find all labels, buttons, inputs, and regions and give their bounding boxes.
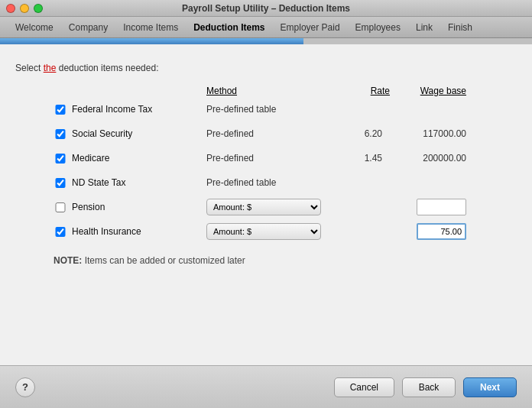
cancel-button[interactable]: Cancel [334,377,394,397]
progress-bar-fill [0,38,303,44]
health-insurance-label: Health Insurance [72,226,206,237]
health-insurance-amount-input[interactable] [417,223,466,240]
instruction-prefix: Select [15,63,44,73]
bottom-bar: ? Cancel Back Next [0,365,532,408]
tab-link[interactable]: Link [408,19,440,36]
tab-company[interactable]: Company [61,19,115,36]
tab-employer-paid[interactable]: Employer Paid [273,19,348,36]
progress-bar-container [0,38,532,44]
content-area: Select the deduction items needed: Metho… [0,44,532,365]
tab-finish[interactable]: Finish [440,19,480,36]
maximize-button[interactable] [34,4,43,13]
pension-method-select-wrapper: Amount: $ [206,199,336,215]
nd-state-tax-label: ND State Tax [72,177,206,188]
table-row: Health Insurance Amount: $ [54,223,517,240]
instruction-highlight: the [44,63,57,73]
health-insurance-amount-input-wrapper [390,223,466,240]
pension-checkbox[interactable] [54,202,67,212]
window-title: Payroll Setup Utility – Deduction Items [182,3,350,14]
instruction-text: Select the deduction items needed: [15,63,517,73]
tab-bar: Welcome Company Income Items Deduction I… [0,17,532,38]
federal-income-tax-checkbox[interactable] [54,105,67,115]
tab-employees[interactable]: Employees [348,19,408,36]
close-button[interactable] [6,4,15,13]
instruction-suffix: deduction items needed: [56,63,158,73]
federal-income-tax-label: Federal Income Tax [72,104,206,115]
tab-welcome[interactable]: Welcome [8,19,61,36]
table-header: Method Rate Wage base [54,86,517,96]
tab-income-items[interactable]: Income Items [115,19,186,36]
pension-amount-input[interactable] [417,199,466,215]
medicare-wagebase: 200000.00 [390,153,466,164]
medicare-rate: 1.45 [336,153,390,164]
social-security-method: Pre-defined [206,128,336,139]
table-row: ND State Tax Pre-defined table [54,174,517,191]
table-row: Social Security Pre-defined 6.20 117000.… [54,125,517,142]
title-bar: Payroll Setup Utility – Deduction Items [0,0,532,17]
note-text: NOTE: Items can be added or customized l… [54,255,517,266]
table-row: Federal Income Tax Pre-defined table [54,101,517,118]
window-controls[interactable] [6,4,43,13]
note-prefix: NOTE: [54,255,85,266]
col-method-header: Method [206,86,336,96]
col-wagebase-header: Wage base [390,86,466,96]
health-insurance-method-select-wrapper: Amount: $ [206,223,336,240]
help-button[interactable]: ? [15,377,35,397]
social-security-wagebase: 117000.00 [390,128,466,139]
back-button[interactable]: Back [402,377,456,397]
col-name-header [54,86,206,96]
nd-state-tax-checkbox[interactable] [54,178,67,188]
note-body: Items can be added or customized later [85,255,245,266]
table-row: Pension Amount: $ [54,199,517,215]
next-button[interactable]: Next [463,377,517,397]
tab-deduction-items[interactable]: Deduction Items [186,19,272,36]
pension-method-select[interactable]: Amount: $ [206,199,321,215]
federal-income-tax-method: Pre-defined table [206,104,336,115]
health-insurance-method-select[interactable]: Amount: $ [206,223,321,240]
medicare-method: Pre-defined [206,153,336,164]
minimize-button[interactable] [20,4,29,13]
health-insurance-checkbox[interactable] [54,227,67,237]
medicare-checkbox[interactable] [54,154,67,164]
pension-amount-input-wrapper [390,199,466,215]
medicare-label: Medicare [72,153,206,164]
col-rate-header: Rate [336,86,390,96]
social-security-label: Social Security [72,128,206,139]
deduction-rows: Federal Income Tax Pre-defined table Soc… [54,101,517,240]
social-security-checkbox[interactable] [54,129,67,139]
pension-label: Pension [72,202,206,212]
social-security-rate: 6.20 [336,128,390,139]
nd-state-tax-method: Pre-defined table [206,177,336,188]
table-row: Medicare Pre-defined 1.45 200000.00 [54,150,517,167]
